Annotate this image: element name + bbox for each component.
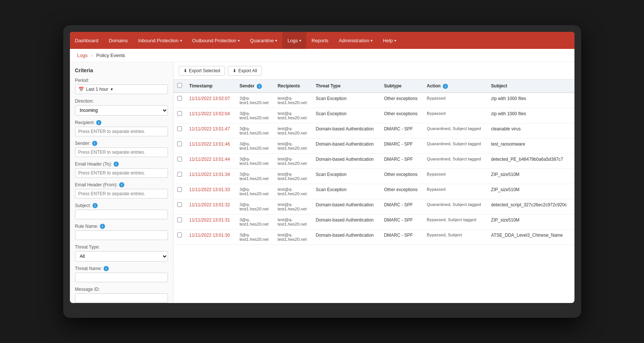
email-header-from-input[interactable] bbox=[75, 189, 168, 199]
row-checkbox-cell[interactable] bbox=[173, 214, 186, 230]
row-checkbox-1[interactable] bbox=[177, 111, 182, 116]
row-checkbox-4[interactable] bbox=[177, 157, 182, 161]
timestamp-link-4[interactable]: 11/11/2022 13:01:44 bbox=[189, 157, 230, 162]
row-recipients: test@q-test1.hes20.net bbox=[274, 199, 312, 214]
message-id-input[interactable] bbox=[75, 293, 168, 303]
row-checkbox-cell[interactable] bbox=[173, 139, 186, 154]
breadcrumb: Logs › Policy Events bbox=[70, 49, 574, 62]
direction-select[interactable]: Incoming Outgoing Both bbox=[75, 105, 168, 116]
row-recipients: test@q-test1.hes20.net bbox=[274, 214, 312, 230]
row-checkbox-cell[interactable] bbox=[173, 108, 186, 123]
timestamp-link-2[interactable]: 11/11/2022 13:01:47 bbox=[189, 126, 230, 131]
row-timestamp: 11/11/2022 13:01:33 bbox=[186, 184, 236, 199]
row-subject: detected_script_327c26ec2c972c920c bbox=[488, 199, 574, 214]
nav-outbound[interactable]: Outbound Protection ▾ bbox=[187, 32, 245, 49]
subject-input[interactable] bbox=[75, 210, 168, 219]
threat-type-label: Threat Type: bbox=[75, 244, 168, 250]
timestamp-link-9[interactable]: 11/11/2022 13:01:30 bbox=[189, 233, 230, 238]
row-sender: 3@q-test1.hes20.net bbox=[236, 123, 274, 139]
row-checkbox-2[interactable] bbox=[177, 126, 182, 131]
nav-inbound[interactable]: Inbound Protection ▾ bbox=[133, 32, 187, 49]
row-checkbox-7[interactable] bbox=[177, 202, 182, 207]
table-row: 11/11/2022 13:01:31 3@q-test1.hes20.net … bbox=[173, 214, 574, 230]
timestamp-link-5[interactable]: 11/11/2022 13:01:34 bbox=[189, 172, 230, 177]
row-checkbox-8[interactable] bbox=[177, 217, 182, 222]
row-subject: ZIP_size510M bbox=[488, 169, 574, 184]
direction-label: Direction: bbox=[75, 99, 168, 104]
row-checkbox-cell[interactable] bbox=[173, 93, 186, 108]
threat-name-info-icon[interactable]: i bbox=[104, 266, 109, 271]
timestamp-link-7[interactable]: 11/11/2022 13:01:32 bbox=[189, 202, 230, 207]
main-layout: Criteria Period: 📅 Last 1 hour ▾ Directi… bbox=[70, 62, 574, 303]
timestamp-link-0[interactable]: 11/11/2022 13:02:07 bbox=[189, 96, 230, 101]
nav-dashboard[interactable]: Dashboard bbox=[70, 32, 104, 49]
email-header-to-input[interactable] bbox=[75, 168, 168, 178]
table-header-row: Timestamp Sender i Recipients bbox=[173, 80, 574, 93]
row-checkbox-5[interactable] bbox=[177, 172, 182, 177]
row-checkbox-cell[interactable] bbox=[173, 169, 186, 184]
sender-col-info-icon[interactable]: i bbox=[257, 84, 262, 89]
row-sender: 3@q-test1.hes20.net bbox=[236, 199, 274, 214]
sender-info-icon[interactable]: i bbox=[92, 141, 97, 146]
period-button[interactable]: 📅 Last 1 hour ▾ bbox=[75, 84, 168, 94]
row-checkbox-0[interactable] bbox=[177, 96, 182, 101]
export-all-button[interactable]: ⬇ Export All bbox=[228, 66, 262, 76]
timestamp-link-8[interactable]: 11/11/2022 13:01:31 bbox=[189, 217, 230, 223]
rule-name-info-icon[interactable]: i bbox=[100, 224, 105, 229]
row-checkbox-cell[interactable] bbox=[173, 184, 186, 199]
timestamp-link-1[interactable]: 11/11/2022 13:02:04 bbox=[189, 111, 230, 116]
table-row: 11/11/2022 13:01:33 3@q-test1.hes20.net … bbox=[173, 184, 574, 199]
sender-input[interactable] bbox=[75, 147, 168, 157]
table-wrapper: Timestamp Sender i Recipients bbox=[173, 80, 574, 302]
row-subtype: DMARC - SPF bbox=[380, 139, 423, 154]
row-checkbox-cell[interactable] bbox=[173, 230, 186, 245]
row-subtype: Other exceptions bbox=[380, 169, 423, 184]
quarantine-arrow-icon: ▾ bbox=[275, 39, 277, 43]
nav-logs[interactable]: Logs ▾ bbox=[282, 32, 306, 49]
row-checkbox-6[interactable] bbox=[177, 187, 182, 192]
action-col-info-icon[interactable]: i bbox=[443, 84, 448, 89]
breadcrumb-parent-link[interactable]: Logs bbox=[77, 53, 88, 58]
col-threat-type: Threat Type bbox=[312, 80, 380, 93]
row-checkbox-cell[interactable] bbox=[173, 123, 186, 139]
row-recipients: test@q-test1.hes20.net bbox=[274, 230, 312, 245]
nav-reports[interactable]: Reports bbox=[306, 32, 334, 49]
subject-info-icon[interactable]: i bbox=[92, 203, 98, 208]
select-all-checkbox[interactable] bbox=[177, 83, 182, 88]
export-selected-button[interactable]: ⬇ Export Selected bbox=[179, 66, 225, 76]
col-subject: Subject bbox=[488, 80, 574, 93]
row-threat-type: Scan Exception bbox=[312, 108, 380, 123]
recipient-input[interactable] bbox=[75, 127, 168, 136]
col-action: Action i bbox=[423, 80, 488, 93]
table-row: 11/11/2022 13:01:44 3@q-test1.hes20.net … bbox=[173, 154, 574, 169]
row-checkbox-9[interactable] bbox=[177, 233, 182, 237]
nav-quarantine[interactable]: Quarantine ▾ bbox=[245, 32, 282, 49]
row-checkbox-3[interactable] bbox=[177, 141, 182, 146]
row-subtype: Other exceptions bbox=[380, 184, 423, 199]
nav-administration[interactable]: Administration ▾ bbox=[334, 32, 378, 49]
row-threat-type: Domain-based Authentication bbox=[312, 230, 380, 245]
threat-name-input[interactable] bbox=[75, 273, 168, 282]
email-header-from-info-icon[interactable]: i bbox=[119, 182, 124, 187]
rule-name-input[interactable] bbox=[75, 230, 168, 240]
row-checkbox-cell[interactable] bbox=[173, 154, 186, 169]
row-action: Quarantined, Subject tagged bbox=[423, 139, 488, 154]
recipient-info-icon[interactable]: i bbox=[96, 120, 101, 125]
navbar: Dashboard Domains Inbound Protection ▾ O… bbox=[70, 32, 574, 49]
sender-group: Sender: i bbox=[75, 141, 168, 157]
subject-group: Subject: i bbox=[75, 203, 168, 219]
timestamp-link-6[interactable]: 11/11/2022 13:01:33 bbox=[189, 187, 230, 192]
row-threat-type: Scan Exception bbox=[312, 169, 380, 184]
row-action: Bypassed bbox=[423, 169, 488, 184]
nav-help[interactable]: Help ▾ bbox=[378, 32, 401, 49]
row-timestamp: 11/11/2022 13:01:34 bbox=[186, 169, 236, 184]
row-threat-type: Domain-based Authentication bbox=[312, 139, 380, 154]
row-timestamp: 11/11/2022 13:01:44 bbox=[186, 154, 236, 169]
threat-type-select[interactable]: All Spam Virus Phishing bbox=[75, 251, 168, 262]
email-header-to-info-icon[interactable]: i bbox=[114, 161, 119, 167]
admin-arrow-icon: ▾ bbox=[371, 39, 372, 43]
timestamp-link-3[interactable]: 11/11/2022 13:01:46 bbox=[189, 141, 230, 147]
row-subject: zip with 1000 files bbox=[488, 93, 574, 108]
nav-domains[interactable]: Domains bbox=[104, 32, 133, 49]
row-checkbox-cell[interactable] bbox=[173, 199, 186, 214]
